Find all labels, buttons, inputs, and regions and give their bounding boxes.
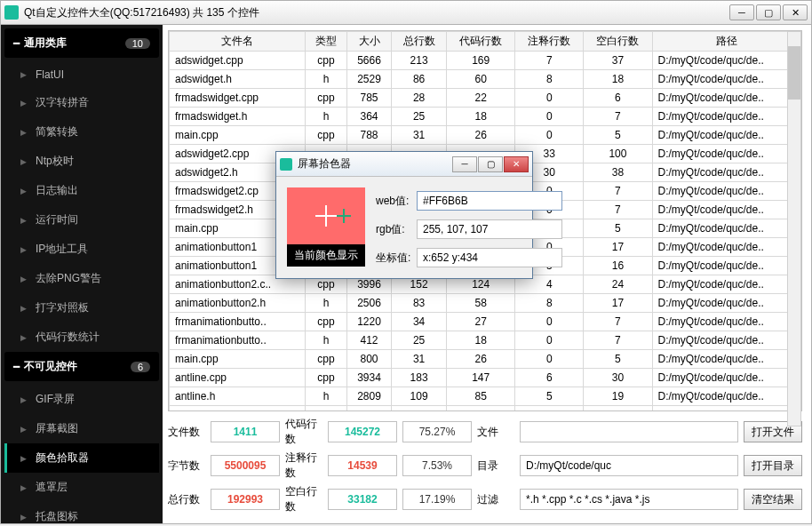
- sidebar-item[interactable]: ▶托盘图标: [4, 502, 159, 523]
- dialog-maximize-button[interactable]: ▢: [478, 156, 503, 172]
- sidebar-section-header[interactable]: ━不可见控件6: [4, 352, 159, 381]
- input-filter[interactable]: *.h *.cpp *.c *.cs *.java *.js: [520, 489, 738, 510]
- table-cell: D:/myQt/code/quc/de..: [652, 313, 801, 331]
- table-header[interactable]: 文件名: [170, 32, 306, 52]
- dialog-close-button[interactable]: ✕: [504, 156, 529, 172]
- table-cell: 83: [392, 294, 447, 313]
- table-cell: 26: [447, 350, 515, 369]
- sidebar-item[interactable]: ▶汉字转拼音: [4, 88, 159, 117]
- label-file-count: 文件数: [168, 425, 205, 440]
- vertical-scrollbar[interactable]: [787, 31, 801, 426]
- table-cell: 0: [515, 108, 584, 126]
- close-button[interactable]: ✕: [783, 4, 808, 20]
- table-cell: 18: [447, 108, 515, 126]
- triangle-icon: ▶: [20, 245, 27, 254]
- sidebar-item[interactable]: ▶颜色拾取器: [4, 443, 159, 473]
- table-row[interactable]: antline.hh280910985519D:/myQt/code/quc/d…: [170, 387, 801, 406]
- rgb-value[interactable]: 255, 107, 107: [417, 219, 562, 239]
- input-dir-path[interactable]: D:/myQt/code/quc: [520, 455, 738, 476]
- table-row[interactable]: main.cppcpp788312605D:/myQt/code/quc/de.…: [170, 126, 801, 145]
- web-value-input[interactable]: [417, 191, 562, 211]
- sidebar-item[interactable]: ▶FlatUI: [4, 61, 159, 88]
- table-cell: D:/myQt/code/quc/de..: [652, 387, 801, 406]
- label-filter: 过滤: [477, 492, 514, 507]
- input-file-path[interactable]: [520, 421, 738, 442]
- table-cell: h: [306, 387, 347, 406]
- sidebar-item[interactable]: ▶代码行数统计: [4, 323, 159, 352]
- sidebar-item[interactable]: ▶日志输出: [4, 176, 159, 205]
- table-cell: 22: [447, 89, 515, 108]
- table-row[interactable]: adswidget.hh25298660818D:/myQt/code/quc/…: [170, 70, 801, 89]
- table-cell: cpp: [306, 89, 347, 108]
- sidebar-item[interactable]: ▶打字对照板: [4, 293, 159, 323]
- table-cell: 0: [515, 313, 584, 331]
- table-cell: D:/myQt/code/quc/de..: [652, 369, 801, 387]
- sidebar-item[interactable]: ▶屏幕截图: [4, 414, 159, 443]
- section-badge: 6: [131, 362, 150, 372]
- table-cell: 7: [584, 313, 652, 331]
- sidebar-section-header[interactable]: ━通用类库10: [4, 28, 159, 58]
- table-row[interactable]: antline.cppcpp3934183147630D:/myQt/code/…: [170, 369, 801, 387]
- web-label: web值:: [376, 194, 411, 209]
- table-row[interactable]: animationbutton2.hh25068358817D:/myQt/co…: [170, 294, 801, 313]
- sidebar-item-label: 打字对照板: [36, 300, 89, 315]
- table-cell: cpp: [306, 313, 347, 331]
- table-row[interactable]: frmanimationbutto..cpp1220342707D:/myQt/…: [170, 313, 801, 331]
- triangle-icon: ▶: [20, 395, 27, 404]
- table-cell: D:/myQt/code/quc/de..: [652, 182, 801, 201]
- table-cell: 8: [515, 294, 584, 313]
- swatch-label: 当前颜色显示: [287, 244, 365, 267]
- sidebar-item[interactable]: ▶IP地址工具: [4, 235, 159, 264]
- triangle-icon: ▶: [20, 333, 27, 342]
- table-row[interactable]: main.cppcpp800312605D:/myQt/code/quc/de.…: [170, 350, 801, 369]
- sidebar-item-label: 汉字转拼音: [36, 95, 89, 110]
- label-comment-lines: 注释行数: [285, 450, 322, 481]
- sidebar-item[interactable]: ▶遮罩层: [4, 473, 159, 502]
- table-header[interactable]: 大小: [346, 32, 391, 52]
- table-row[interactable]: frmanimationbutto..h412251807D:/myQt/cod…: [170, 331, 801, 350]
- table-header[interactable]: 类型: [306, 32, 347, 52]
- maximize-button[interactable]: ▢: [756, 4, 781, 20]
- table-cell: 31: [392, 126, 447, 145]
- triangle-icon: ▶: [20, 483, 27, 492]
- table-header[interactable]: 空白行数: [584, 32, 652, 52]
- table-header[interactable]: 路径: [652, 32, 801, 52]
- table-cell: D:/myQt/code/quc/de..: [652, 257, 801, 275]
- table-cell: 24: [584, 275, 652, 294]
- dialog-titlebar[interactable]: 屏幕拾色器 ─ ▢ ✕: [276, 152, 532, 177]
- table-cell: 2809: [346, 387, 391, 406]
- value-blank-pct: 17.19%: [402, 489, 472, 510]
- table-header[interactable]: 代码行数: [447, 32, 515, 52]
- table-header[interactable]: 总行数: [392, 32, 447, 52]
- triangle-icon: ▶: [20, 99, 27, 108]
- table-header[interactable]: 注释行数: [515, 32, 584, 52]
- sidebar-item-label: Ntp校时: [36, 154, 74, 169]
- table-cell: 26: [447, 126, 515, 145]
- dialog-minimize-button[interactable]: ─: [452, 156, 477, 172]
- table-cell: 800: [346, 350, 391, 369]
- table-cell: 1220: [346, 313, 391, 331]
- sidebar-item[interactable]: ▶运行时间: [4, 205, 159, 235]
- table-cell: 5: [584, 219, 652, 238]
- table-cell: 5: [584, 350, 652, 369]
- clear-results-button[interactable]: 清空结果: [744, 489, 802, 510]
- table-row[interactable]: adswidget.cppcpp5666213169737D:/myQt/cod…: [170, 52, 801, 70]
- table-row[interactable]: frmadswidget.hh364251807D:/myQt/code/quc…: [170, 108, 801, 126]
- value-byte-count: 5500095: [211, 455, 280, 476]
- table-cell: frmanimationbutto..: [170, 313, 306, 331]
- minimize-button[interactable]: ─: [729, 4, 754, 20]
- table-row[interactable]: frmadswidget.cppcpp785282206D:/myQt/code…: [170, 89, 801, 108]
- sidebar-item[interactable]: ▶简繁转换: [4, 117, 159, 147]
- sidebar-item[interactable]: ▶GIF录屏: [4, 385, 159, 414]
- xy-value[interactable]: x:652 y:434: [417, 248, 562, 267]
- table-cell: 785: [346, 89, 391, 108]
- table-cell: 18: [584, 70, 652, 89]
- open-dir-button[interactable]: 打开目录: [744, 455, 802, 476]
- table-cell: 6: [515, 369, 584, 387]
- sidebar-item[interactable]: ▶去除PNG警告: [4, 264, 159, 293]
- label-file-path: 文件: [477, 425, 514, 440]
- sidebar-item-label: 代码行数统计: [36, 330, 100, 345]
- sidebar-item[interactable]: ▶Ntp校时: [4, 147, 159, 176]
- label-blank-lines: 空白行数: [285, 484, 322, 514]
- table-cell: 0: [515, 89, 584, 108]
